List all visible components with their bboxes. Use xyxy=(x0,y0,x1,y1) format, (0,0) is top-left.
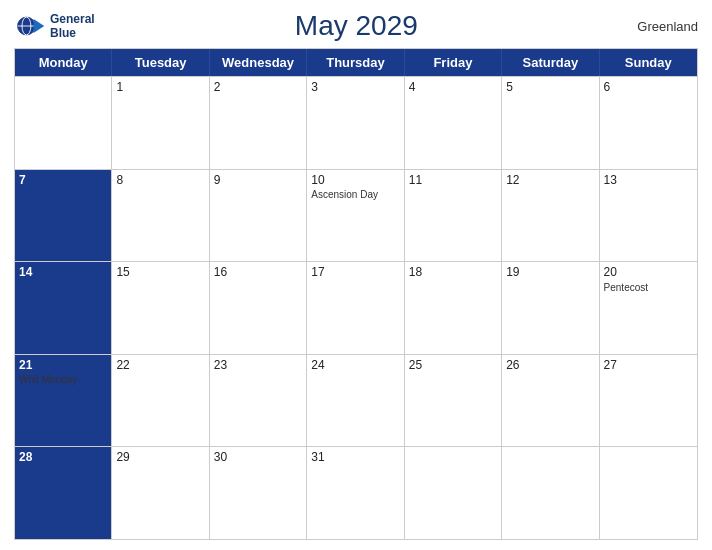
day-header-monday: Monday xyxy=(15,49,112,76)
day-cell xyxy=(405,447,502,539)
calendar-page: General Blue May 2029 Greenland MondayTu… xyxy=(0,0,712,550)
day-number: 25 xyxy=(409,358,497,374)
day-cell: 27 xyxy=(600,355,697,447)
day-cell: 30 xyxy=(210,447,307,539)
day-cell: 31 xyxy=(307,447,404,539)
day-number: 16 xyxy=(214,265,302,281)
day-cell: 15 xyxy=(112,262,209,354)
week-row-0: 123456 xyxy=(15,76,697,169)
day-number: 27 xyxy=(604,358,693,374)
day-number: 19 xyxy=(506,265,594,281)
week-row-4: 28293031 xyxy=(15,446,697,539)
day-cell: 9 xyxy=(210,170,307,262)
day-number: 10 xyxy=(311,173,399,189)
calendar-body: 12345678910Ascension Day1112131415161718… xyxy=(15,76,697,539)
day-number: 1 xyxy=(116,80,204,96)
day-header-sunday: Sunday xyxy=(600,49,697,76)
day-header-friday: Friday xyxy=(405,49,502,76)
day-cell: 1 xyxy=(112,77,209,169)
day-number: 29 xyxy=(116,450,204,466)
day-cell: 29 xyxy=(112,447,209,539)
day-header-tuesday: Tuesday xyxy=(112,49,209,76)
region-label: Greenland xyxy=(618,19,698,34)
day-cell xyxy=(600,447,697,539)
day-cell: 17 xyxy=(307,262,404,354)
day-cell: 20Pentecost xyxy=(600,262,697,354)
day-cell: 16 xyxy=(210,262,307,354)
day-cell: 2 xyxy=(210,77,307,169)
day-cell xyxy=(15,77,112,169)
day-header-wednesday: Wednesday xyxy=(210,49,307,76)
day-number: 4 xyxy=(409,80,497,96)
holiday-label: Whit Monday xyxy=(19,374,107,386)
calendar-title: May 2029 xyxy=(95,10,618,42)
day-cell: 28 xyxy=(15,447,112,539)
day-cell: 8 xyxy=(112,170,209,262)
day-number: 21 xyxy=(19,358,107,374)
svg-marker-3 xyxy=(34,19,45,33)
day-cell: 3 xyxy=(307,77,404,169)
day-number: 22 xyxy=(116,358,204,374)
calendar-header-row: MondayTuesdayWednesdayThursdayFridaySatu… xyxy=(15,49,697,76)
day-cell: 26 xyxy=(502,355,599,447)
day-cell: 25 xyxy=(405,355,502,447)
day-number: 28 xyxy=(19,450,107,466)
week-row-2: 14151617181920Pentecost xyxy=(15,261,697,354)
day-cell: 23 xyxy=(210,355,307,447)
day-number: 5 xyxy=(506,80,594,96)
day-cell: 11 xyxy=(405,170,502,262)
day-number: 24 xyxy=(311,358,399,374)
day-number: 6 xyxy=(604,80,693,96)
day-cell: 5 xyxy=(502,77,599,169)
day-cell: 18 xyxy=(405,262,502,354)
day-cell: 12 xyxy=(502,170,599,262)
day-cell: 13 xyxy=(600,170,697,262)
day-number: 30 xyxy=(214,450,302,466)
day-number: 15 xyxy=(116,265,204,281)
day-number: 13 xyxy=(604,173,693,189)
day-number: 7 xyxy=(19,173,107,189)
day-cell: 14 xyxy=(15,262,112,354)
holiday-label: Pentecost xyxy=(604,282,693,294)
day-number: 2 xyxy=(214,80,302,96)
day-number: 23 xyxy=(214,358,302,374)
logo-text: General Blue xyxy=(50,12,95,41)
day-cell xyxy=(502,447,599,539)
day-cell: 4 xyxy=(405,77,502,169)
day-number: 26 xyxy=(506,358,594,374)
day-cell: 22 xyxy=(112,355,209,447)
day-number: 18 xyxy=(409,265,497,281)
calendar-grid: MondayTuesdayWednesdayThursdayFridaySatu… xyxy=(14,48,698,540)
day-cell: 10Ascension Day xyxy=(307,170,404,262)
day-number: 8 xyxy=(116,173,204,189)
day-header-thursday: Thursday xyxy=(307,49,404,76)
holiday-label: Ascension Day xyxy=(311,189,399,201)
day-header-saturday: Saturday xyxy=(502,49,599,76)
day-number: 14 xyxy=(19,265,107,281)
day-number: 12 xyxy=(506,173,594,189)
page-header: General Blue May 2029 Greenland xyxy=(14,10,698,42)
day-number: 9 xyxy=(214,173,302,189)
day-cell: 21Whit Monday xyxy=(15,355,112,447)
day-number: 11 xyxy=(409,173,497,189)
day-number: 3 xyxy=(311,80,399,96)
day-number: 31 xyxy=(311,450,399,466)
logo: General Blue xyxy=(14,10,95,42)
day-cell: 19 xyxy=(502,262,599,354)
day-cell: 7 xyxy=(15,170,112,262)
day-number: 17 xyxy=(311,265,399,281)
day-cell: 24 xyxy=(307,355,404,447)
day-cell: 6 xyxy=(600,77,697,169)
week-row-1: 78910Ascension Day111213 xyxy=(15,169,697,262)
logo-icon xyxy=(14,10,46,42)
day-number: 20 xyxy=(604,265,693,281)
week-row-3: 21Whit Monday222324252627 xyxy=(15,354,697,447)
